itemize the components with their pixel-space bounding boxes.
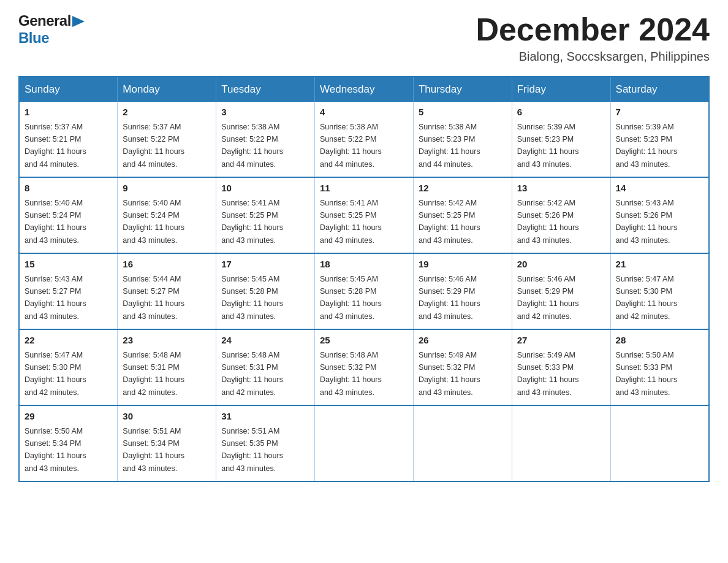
day-info: Sunrise: 5:51 AMSunset: 5:35 PMDaylight:… — [221, 427, 283, 473]
calendar-cell: 23 Sunrise: 5:48 AMSunset: 5:31 PMDaylig… — [118, 329, 216, 405]
calendar-cell: 19 Sunrise: 5:46 AMSunset: 5:29 PMDaylig… — [413, 253, 512, 329]
calendar-cell: 31 Sunrise: 5:51 AMSunset: 5:35 PMDaylig… — [216, 405, 315, 481]
calendar-cell: 25 Sunrise: 5:48 AMSunset: 5:32 PMDaylig… — [315, 329, 414, 405]
day-info: Sunrise: 5:49 AMSunset: 5:33 PMDaylight:… — [517, 351, 579, 397]
day-info: Sunrise: 5:38 AMSunset: 5:22 PMDaylight:… — [221, 123, 283, 169]
logo-arrow-icon — [72, 15, 86, 28]
calendar-cell: 11 Sunrise: 5:41 AMSunset: 5:25 PMDaylig… — [315, 177, 414, 253]
day-number: 8 — [25, 182, 112, 196]
day-number: 3 — [221, 105, 309, 120]
calendar-cell: 15 Sunrise: 5:43 AMSunset: 5:27 PMDaylig… — [19, 253, 118, 329]
day-info: Sunrise: 5:40 AMSunset: 5:24 PMDaylight:… — [25, 199, 86, 245]
day-info: Sunrise: 5:40 AMSunset: 5:24 PMDaylight:… — [123, 199, 184, 245]
calendar-cell: 29 Sunrise: 5:50 AMSunset: 5:34 PMDaylig… — [19, 405, 118, 481]
day-number: 21 — [616, 258, 703, 272]
month-title: December 2024 — [476, 12, 710, 47]
day-info: Sunrise: 5:48 AMSunset: 5:31 PMDaylight:… — [123, 351, 184, 397]
logo: General Blue — [18, 12, 86, 47]
calendar-cell: 8 Sunrise: 5:40 AMSunset: 5:24 PMDayligh… — [19, 177, 118, 253]
calendar-cell: 14 Sunrise: 5:43 AMSunset: 5:26 PMDaylig… — [610, 177, 709, 253]
calendar-cell: 27 Sunrise: 5:49 AMSunset: 5:33 PMDaylig… — [512, 329, 610, 405]
day-info: Sunrise: 5:50 AMSunset: 5:34 PMDaylight:… — [25, 427, 86, 473]
calendar-cell — [610, 405, 709, 481]
calendar-cell: 18 Sunrise: 5:45 AMSunset: 5:28 PMDaylig… — [315, 253, 414, 329]
calendar-week-row-5: 29 Sunrise: 5:50 AMSunset: 5:34 PMDaylig… — [19, 405, 709, 481]
day-number: 31 — [221, 410, 309, 424]
calendar-cell: 17 Sunrise: 5:45 AMSunset: 5:28 PMDaylig… — [216, 253, 315, 329]
col-wednesday: Wednesday — [315, 77, 414, 102]
calendar-cell: 9 Sunrise: 5:40 AMSunset: 5:24 PMDayligh… — [118, 177, 216, 253]
day-info: Sunrise: 5:44 AMSunset: 5:27 PMDaylight:… — [123, 275, 184, 321]
day-number: 26 — [419, 334, 507, 348]
day-number: 24 — [221, 334, 309, 348]
calendar-cell — [413, 405, 512, 481]
day-number: 20 — [517, 258, 605, 272]
day-info: Sunrise: 5:46 AMSunset: 5:29 PMDaylight:… — [517, 275, 579, 321]
day-info: Sunrise: 5:37 AMSunset: 5:21 PMDaylight:… — [25, 123, 86, 169]
calendar-cell: 13 Sunrise: 5:42 AMSunset: 5:26 PMDaylig… — [512, 177, 610, 253]
calendar-week-row-3: 15 Sunrise: 5:43 AMSunset: 5:27 PMDaylig… — [19, 253, 709, 329]
calendar-cell: 28 Sunrise: 5:50 AMSunset: 5:33 PMDaylig… — [610, 329, 709, 405]
day-number: 16 — [123, 258, 211, 272]
day-info: Sunrise: 5:39 AMSunset: 5:23 PMDaylight:… — [616, 123, 678, 169]
calendar-cell: 10 Sunrise: 5:41 AMSunset: 5:25 PMDaylig… — [216, 177, 315, 253]
day-info: Sunrise: 5:38 AMSunset: 5:23 PMDaylight:… — [419, 123, 480, 169]
day-number: 7 — [616, 105, 703, 120]
day-number: 4 — [320, 105, 408, 120]
day-number: 23 — [123, 334, 211, 348]
day-info: Sunrise: 5:48 AMSunset: 5:32 PMDaylight:… — [320, 351, 382, 397]
day-info: Sunrise: 5:43 AMSunset: 5:27 PMDaylight:… — [25, 275, 86, 321]
calendar-cell: 5 Sunrise: 5:38 AMSunset: 5:23 PMDayligh… — [413, 102, 512, 177]
day-number: 19 — [419, 258, 507, 272]
day-info: Sunrise: 5:37 AMSunset: 5:22 PMDaylight:… — [123, 123, 184, 169]
title-section: December 2024 Bialong, Soccsksargen, Phi… — [476, 12, 710, 64]
day-number: 2 — [123, 105, 211, 120]
day-number: 11 — [320, 182, 408, 196]
col-sunday: Sunday — [19, 77, 118, 102]
logo-general-text: General — [18, 12, 71, 29]
calendar-cell: 16 Sunrise: 5:44 AMSunset: 5:27 PMDaylig… — [118, 253, 216, 329]
calendar-cell: 6 Sunrise: 5:39 AMSunset: 5:23 PMDayligh… — [512, 102, 610, 177]
col-thursday: Thursday — [413, 77, 512, 102]
day-number: 17 — [221, 258, 309, 272]
col-tuesday: Tuesday — [216, 77, 315, 102]
calendar-week-row-2: 8 Sunrise: 5:40 AMSunset: 5:24 PMDayligh… — [19, 177, 709, 253]
day-number: 13 — [517, 182, 605, 196]
day-number: 1 — [25, 105, 112, 120]
day-info: Sunrise: 5:41 AMSunset: 5:25 PMDaylight:… — [320, 199, 382, 245]
logo-blue-text: Blue — [18, 29, 49, 47]
day-info: Sunrise: 5:48 AMSunset: 5:31 PMDaylight:… — [221, 351, 283, 397]
calendar-cell: 20 Sunrise: 5:46 AMSunset: 5:29 PMDaylig… — [512, 253, 610, 329]
calendar-cell: 12 Sunrise: 5:42 AMSunset: 5:25 PMDaylig… — [413, 177, 512, 253]
day-info: Sunrise: 5:42 AMSunset: 5:25 PMDaylight:… — [419, 199, 480, 245]
day-info: Sunrise: 5:41 AMSunset: 5:25 PMDaylight:… — [221, 199, 283, 245]
day-number: 5 — [419, 105, 507, 120]
day-info: Sunrise: 5:50 AMSunset: 5:33 PMDaylight:… — [616, 351, 678, 397]
col-monday: Monday — [118, 77, 216, 102]
svg-marker-0 — [72, 16, 85, 27]
col-saturday: Saturday — [610, 77, 709, 102]
day-info: Sunrise: 5:51 AMSunset: 5:34 PMDaylight:… — [123, 427, 184, 473]
day-number: 15 — [25, 258, 112, 272]
calendar-cell: 1 Sunrise: 5:37 AMSunset: 5:21 PMDayligh… — [19, 102, 118, 177]
calendar-cell: 30 Sunrise: 5:51 AMSunset: 5:34 PMDaylig… — [118, 405, 216, 481]
day-info: Sunrise: 5:46 AMSunset: 5:29 PMDaylight:… — [419, 275, 480, 321]
day-number: 28 — [616, 334, 703, 348]
calendar-cell: 21 Sunrise: 5:47 AMSunset: 5:30 PMDaylig… — [610, 253, 709, 329]
calendar-week-row-4: 22 Sunrise: 5:47 AMSunset: 5:30 PMDaylig… — [19, 329, 709, 405]
day-info: Sunrise: 5:42 AMSunset: 5:26 PMDaylight:… — [517, 199, 579, 245]
calendar-header-row: Sunday Monday Tuesday Wednesday Thursday… — [19, 77, 709, 102]
day-number: 9 — [123, 182, 211, 196]
day-number: 25 — [320, 334, 408, 348]
day-info: Sunrise: 5:45 AMSunset: 5:28 PMDaylight:… — [320, 275, 382, 321]
page-header: General Blue December 2024 Bialong, Socc… — [18, 12, 710, 64]
day-number: 22 — [25, 334, 112, 348]
calendar-cell: 22 Sunrise: 5:47 AMSunset: 5:30 PMDaylig… — [19, 329, 118, 405]
day-number: 29 — [25, 410, 112, 424]
day-info: Sunrise: 5:43 AMSunset: 5:26 PMDaylight:… — [616, 199, 678, 245]
calendar-week-row-1: 1 Sunrise: 5:37 AMSunset: 5:21 PMDayligh… — [19, 102, 709, 177]
col-friday: Friday — [512, 77, 610, 102]
calendar-cell: 7 Sunrise: 5:39 AMSunset: 5:23 PMDayligh… — [610, 102, 709, 177]
day-info: Sunrise: 5:38 AMSunset: 5:22 PMDaylight:… — [320, 123, 382, 169]
calendar-cell — [315, 405, 414, 481]
